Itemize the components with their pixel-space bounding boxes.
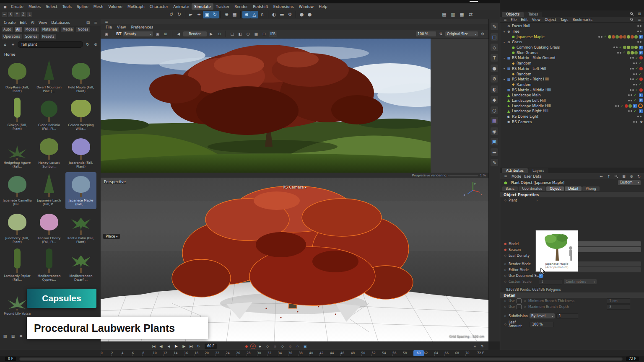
object-tree-row[interactable]: ▾ ▦ RS Matrix - Main Ground ✓ F ⊕	[500, 55, 644, 61]
object-properties-header[interactable]: Object Properties	[500, 192, 644, 197]
section-tab[interactable]: Detail	[565, 186, 582, 191]
menubar-item[interactable]: Simulate	[192, 3, 213, 10]
grid-icon[interactable]: ⊞	[621, 173, 627, 179]
frame-tick-label[interactable]: 8	[142, 350, 153, 356]
axis-lock-button[interactable]: L	[27, 12, 32, 17]
anim-dot[interactable]: ◇	[504, 199, 507, 202]
anim-dot[interactable]: ●	[504, 242, 507, 246]
region-render-icon[interactable]: □	[229, 31, 236, 37]
object-tree-row[interactable]: ▾ ▦ RS Matrix - Right Hill ✓ F ⊕	[500, 77, 644, 82]
next-frame-icon[interactable]: |▶	[180, 343, 187, 349]
menubar-item[interactable]: Character	[147, 3, 171, 10]
menubar-item[interactable]: Create	[8, 3, 26, 10]
anim-dot[interactable]: ●	[504, 248, 507, 251]
visibility-dots[interactable]	[615, 105, 619, 107]
undo-icon[interactable]: ↺	[167, 11, 175, 18]
frame-tick-label[interactable]: 60	[413, 350, 424, 356]
snap-icon[interactable]: ⊞	[242, 11, 250, 18]
filter-tab[interactable]: Media	[61, 27, 74, 32]
frame-tick-label[interactable]: 54	[382, 350, 392, 356]
frame-tick-label[interactable]: 2	[111, 350, 122, 356]
frame-tick-label[interactable]: 44	[330, 350, 340, 356]
menubar-item[interactable]: MoGraph	[125, 3, 147, 10]
filter-tab[interactable]: Auto	[2, 27, 13, 32]
subdivision-mode-select[interactable]: By Level▾	[530, 313, 555, 318]
min-branch-use-checkbox[interactable]	[517, 298, 522, 303]
generator-icon[interactable]: ◇	[491, 44, 498, 51]
options-icon[interactable]: ≡	[636, 16, 643, 23]
section-tab[interactable]: Object	[546, 186, 564, 191]
menubar-item[interactable]: Mesh	[91, 3, 106, 10]
frame-tick-label[interactable]: 30	[257, 350, 267, 356]
field-tag-icon[interactable]: F	[639, 93, 643, 97]
frame-tick-label[interactable]: 56	[392, 350, 403, 356]
frame-tick-label[interactable]: 58	[403, 350, 413, 356]
search-icon[interactable]	[613, 173, 620, 179]
frame-tick-label[interactable]: 4	[122, 350, 132, 356]
subdivision-field[interactable]: 1	[556, 313, 578, 319]
visibility-dots[interactable]	[633, 121, 637, 123]
axis-lock-button[interactable]: Y	[14, 12, 20, 17]
object-tree-row[interactable]: ▲ Landscape Left Hill ✓ F ⊕	[500, 98, 644, 103]
field-tag-icon[interactable]: F	[639, 35, 643, 39]
breadcrumb[interactable]: Home	[0, 49, 101, 57]
menubar-item[interactable]: Modes	[26, 3, 43, 10]
keyframe-icon[interactable]: ◆	[256, 343, 263, 349]
section-tab[interactable]: Basic	[502, 186, 518, 191]
frame-tick-label[interactable]: 24	[226, 350, 236, 356]
object-tree-row[interactable]: ⊕ Focus Null ✓ F ⊕	[500, 23, 644, 29]
objects-menu-item[interactable]: Object	[543, 16, 558, 23]
position-record-icon[interactable]: ◇	[264, 343, 271, 349]
pass-select[interactable]: Beauty▾	[123, 31, 153, 36]
place-tool-label[interactable]: Place ▾	[103, 234, 120, 239]
field-tag-icon[interactable]: F	[639, 46, 643, 49]
range-start-field[interactable]: 0 F	[5, 357, 16, 361]
filter-tab[interactable]: Nodes	[76, 27, 90, 32]
simulation-gear-icon[interactable]: ⚙	[491, 75, 498, 83]
deformer-icon[interactable]: ◆	[491, 96, 498, 103]
visibility-dots[interactable]	[633, 84, 637, 85]
object-tree-row[interactable]: ◉ RS Camera ✓ F ⊕	[500, 119, 644, 124]
asset-tile[interactable]: Kentia Palm (Fall, Plant)	[65, 210, 96, 247]
axis-lock-button[interactable]: Z	[21, 12, 26, 17]
asset-menu-item[interactable]: Databases	[49, 19, 72, 26]
expander-caret-icon[interactable]: ▾	[504, 30, 507, 33]
search-input[interactable]	[21, 42, 80, 47]
end-frame-label[interactable]: 72 F	[477, 351, 484, 355]
enabled-check-icon[interactable]: ✓	[635, 78, 638, 81]
record-icon[interactable]: ●	[243, 343, 250, 349]
frame-tick-label[interactable]: 52	[371, 350, 382, 356]
enabled-check-icon[interactable]: ✓	[639, 62, 641, 65]
timeline-options-icon[interactable]: ≡	[471, 343, 478, 349]
timeline-expand-icon[interactable]: ⇅	[479, 343, 486, 349]
field-tag-icon[interactable]: F	[639, 109, 643, 113]
size-select[interactable]: Original Size▾	[445, 31, 478, 36]
visibility-dots[interactable]	[637, 41, 641, 43]
select-tool-icon[interactable]: ►	[187, 11, 195, 18]
panel-menu-icon[interactable]: ≡	[92, 19, 99, 26]
object-tree-row[interactable]: ▲ Landscape Middle Hill ✓ F ⊕	[500, 103, 644, 109]
rotate-tool-icon[interactable]: ↻	[211, 11, 219, 18]
tablet-pen-icon[interactable]: ✎	[491, 159, 498, 166]
asset-tile[interactable]: Field Maple (Fall, Plant)	[65, 59, 96, 96]
asset-menu-item[interactable]: View	[36, 19, 49, 26]
visibility-dots[interactable]	[633, 62, 637, 64]
autokey-icon[interactable]: A	[250, 344, 256, 349]
magnet-icon[interactable]: ∩	[294, 343, 301, 349]
panel-tab[interactable]: Layers	[528, 168, 548, 173]
sync-icon[interactable]: ⇄	[467, 11, 475, 18]
category-tab[interactable]: Scenes	[23, 34, 39, 39]
anim-dot[interactable]: ◇	[504, 314, 507, 318]
camera-lock-icon[interactable]: ▣	[154, 31, 161, 37]
expander-caret-icon[interactable]: ▾	[504, 78, 507, 81]
up-arrow-icon[interactable]: ↑	[605, 173, 612, 179]
add-icon[interactable]: +	[10, 41, 16, 48]
coordinate-system-icon[interactable]: ⊕	[223, 11, 231, 18]
object-tree-row[interactable]: ● Japanese Maple ✓ F ⊕	[500, 34, 644, 39]
field-tag-icon[interactable]: F	[639, 98, 643, 102]
object-tree-row[interactable]: ▦ RS Matrix - Middle Hill ✓ F ⊕	[500, 87, 644, 93]
volume-icon[interactable]: ○	[491, 106, 498, 114]
filter-icon[interactable]: ⊞	[636, 10, 643, 17]
redshift-material-icon[interactable]: ●	[491, 65, 498, 72]
settings-icon[interactable]: ⊙	[92, 41, 99, 48]
